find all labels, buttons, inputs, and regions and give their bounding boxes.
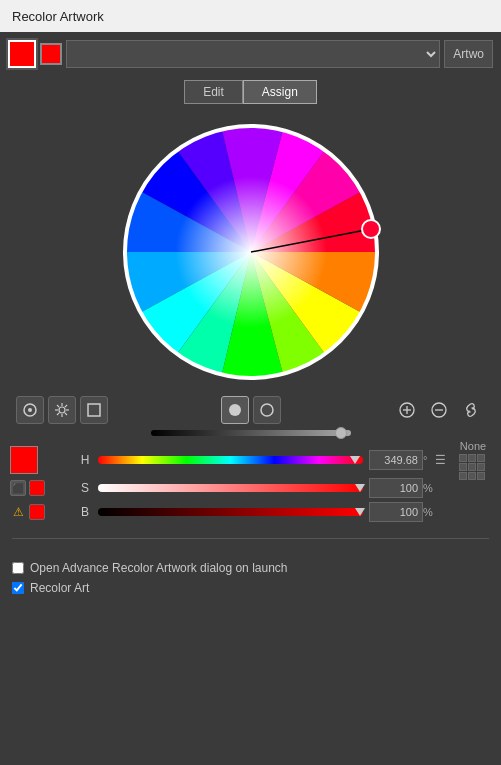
filled-circle-ctrl[interactable] <box>221 396 249 424</box>
svg-point-4 <box>28 408 32 412</box>
left-ctrl-icons <box>16 396 108 424</box>
advance-recolor-row: Open Advance Recolor Artwork dialog on l… <box>12 561 489 575</box>
title-text: Recolor Artwork <box>12 9 104 24</box>
primary-swatch[interactable] <box>8 40 36 68</box>
grid-cell <box>468 472 476 480</box>
cube-icon[interactable]: ⬛ <box>10 480 26 496</box>
grid-cell <box>477 463 485 471</box>
b-label: B <box>78 505 92 519</box>
b-unit: % <box>423 506 435 518</box>
brightness-slider-row <box>0 428 501 440</box>
b-thumb <box>355 508 365 516</box>
s-row: ⬛ S % ☰ <box>10 478 451 498</box>
wheel-container[interactable] <box>0 112 501 392</box>
s-menu-icon: ☰ <box>435 481 451 495</box>
color-swatch-h[interactable] <box>10 446 38 474</box>
b-menu-icon: ☰ <box>435 505 451 519</box>
remove-color-icon[interactable] <box>425 396 453 424</box>
b-row: ⚠ B % ☰ <box>10 502 451 522</box>
svg-line-12 <box>65 405 67 407</box>
h-label: H <box>78 453 92 467</box>
grid-cell <box>477 454 485 462</box>
recolor-art-label[interactable]: Recolor Art <box>30 581 89 595</box>
svg-rect-14 <box>88 404 100 416</box>
artwork-button[interactable]: Artwo <box>444 40 493 68</box>
tab-assign[interactable]: Assign <box>243 80 317 104</box>
none-area: None <box>459 440 487 482</box>
s-unit: % <box>423 482 435 494</box>
wheel-cursor-dot[interactable] <box>362 220 380 238</box>
brightness-thumb[interactable] <box>335 427 347 439</box>
tab-edit[interactable]: Edit <box>184 80 243 104</box>
svg-point-16 <box>261 404 273 416</box>
recolor-art-checkbox[interactable] <box>12 582 24 594</box>
grid-icon[interactable] <box>459 454 487 482</box>
h-left-icons <box>10 446 78 474</box>
h-unit: ° <box>423 454 435 466</box>
s-left-icons: ⬛ <box>10 480 78 496</box>
grid-cell <box>468 454 476 462</box>
right-ctrl-icons <box>393 396 485 424</box>
b-slider[interactable] <box>98 508 363 516</box>
h-thumb <box>350 456 360 464</box>
title-bar: Recolor Artwork <box>0 0 501 32</box>
h-menu-icon[interactable]: ☰ <box>435 453 451 467</box>
brightness-track[interactable] <box>151 430 351 436</box>
gear-ctrl-icon[interactable] <box>48 396 76 424</box>
color-dropdown[interactable] <box>66 40 440 68</box>
grid-cell <box>477 472 485 480</box>
center-ctrl-icons <box>221 396 281 424</box>
checkbox-section: Open Advance Recolor Artwork dialog on l… <box>0 549 501 603</box>
svg-line-13 <box>57 413 59 415</box>
tabs-row: Edit Assign <box>0 76 501 112</box>
none-label: None <box>460 440 486 452</box>
s-slider[interactable] <box>98 484 363 492</box>
svg-point-5 <box>59 407 65 413</box>
s-value-input[interactable] <box>369 478 423 498</box>
b-value-input[interactable] <box>369 502 423 522</box>
b-swatch[interactable] <box>29 504 45 520</box>
controls-main <box>0 392 501 428</box>
panel: Artwo Edit Assign <box>0 32 501 765</box>
color-wheel-wrapper[interactable] <box>121 122 381 382</box>
h-value-input[interactable] <box>369 450 423 470</box>
h-row: H ° ☰ <box>10 446 451 474</box>
svg-line-10 <box>57 405 59 407</box>
grid-cell <box>459 454 467 462</box>
advance-recolor-checkbox[interactable] <box>12 562 24 574</box>
grid-cell <box>459 463 467 471</box>
advance-recolor-label[interactable]: Open Advance Recolor Artwork dialog on l… <box>30 561 288 575</box>
divider <box>12 538 489 539</box>
secondary-swatch[interactable] <box>40 43 62 65</box>
link-color-icon[interactable] <box>457 396 485 424</box>
warning-icon[interactable]: ⚠ <box>10 504 26 520</box>
s-swatch[interactable] <box>29 480 45 496</box>
top-bar: Artwo <box>0 32 501 76</box>
s-label: S <box>78 481 92 495</box>
empty-circle-ctrl[interactable] <box>253 396 281 424</box>
square-ctrl-icon[interactable] <box>80 396 108 424</box>
recolor-art-row: Recolor Art <box>12 581 489 595</box>
svg-line-11 <box>65 413 67 415</box>
b-left-icons: ⚠ <box>10 504 78 520</box>
hsb-sliders: H ° ☰ ⬛ S % ☰ <box>10 444 451 524</box>
circle-ctrl-icon[interactable] <box>16 396 44 424</box>
svg-point-15 <box>229 404 241 416</box>
grid-cell <box>459 472 467 480</box>
grid-cell <box>468 463 476 471</box>
s-thumb <box>355 484 365 492</box>
add-color-icon[interactable] <box>393 396 421 424</box>
h-slider[interactable] <box>98 456 363 464</box>
color-wheel-svg[interactable] <box>121 122 381 382</box>
